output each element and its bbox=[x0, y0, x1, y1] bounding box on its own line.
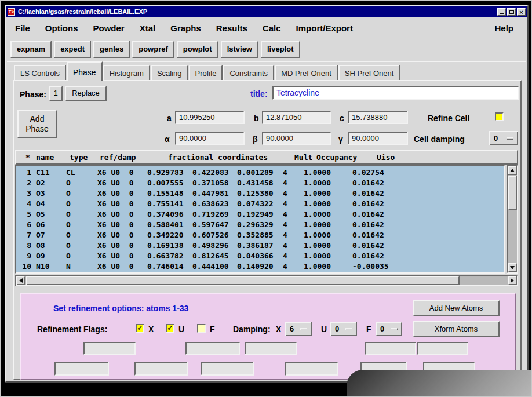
menu-graphs[interactable]: Graphs bbox=[170, 23, 201, 33]
refine-cell-checkbox[interactable] bbox=[495, 112, 504, 121]
cell-b-entry[interactable]: 12.871050 bbox=[262, 111, 331, 124]
atom-parameter-field[interactable] bbox=[285, 362, 338, 376]
add-new-atoms-button[interactable]: Add New Atoms bbox=[413, 300, 500, 316]
atom-cell: 8 bbox=[16, 240, 31, 250]
add-phase-button[interactable]: Add Phase bbox=[17, 110, 57, 138]
cell-a-entry[interactable]: 10.995250 bbox=[175, 111, 245, 124]
tab-ls-controls[interactable]: LS Controls bbox=[14, 65, 66, 80]
atom-cell: 7 bbox=[16, 230, 31, 240]
header-coordinates: fractional coordinates bbox=[168, 153, 268, 162]
menu-help[interactable]: Help bbox=[494, 23, 513, 33]
atom-parameter-field[interactable] bbox=[54, 362, 109, 376]
scroll-down-button[interactable] bbox=[508, 263, 517, 272]
atom-parameter-field[interactable] bbox=[365, 342, 416, 355]
atom-cell: O bbox=[65, 188, 97, 198]
expnam-button[interactable]: expnam bbox=[10, 41, 52, 58]
atom-cell: 0.597647 bbox=[192, 219, 237, 230]
tab-sh-pref-orient[interactable]: SH Pref Orient bbox=[338, 65, 400, 80]
screen: Tk C:/lachlan/gsas/restrain/lebail/LEBAI… bbox=[0, 0, 532, 397]
atom-parameter-field[interactable] bbox=[201, 362, 254, 376]
atom-row[interactable]: 1C11CLX6 U0 00.9297830.4220830.00128941.… bbox=[16, 167, 398, 177]
atom-cell: 0.040366 bbox=[237, 250, 282, 261]
scroll-left-button[interactable] bbox=[16, 276, 25, 285]
titlebar[interactable]: Tk C:/lachlan/gsas/restrain/lebail/LEBAI… bbox=[6, 6, 527, 17]
atoms-horizontal-scrollbar[interactable] bbox=[15, 275, 518, 286]
liveplot-button[interactable]: liveplot bbox=[261, 41, 300, 58]
atom-cell: 4 bbox=[282, 167, 300, 177]
atom-row[interactable]: 10N10NX6 U0 00.7460140.4441000.14092041.… bbox=[16, 261, 398, 271]
tab-histogram[interactable]: Histogram bbox=[103, 65, 150, 80]
atom-cell: O2 bbox=[31, 177, 65, 188]
atom-row[interactable]: 2O2OX6 U0 00.0075550.3710580.43145841.00… bbox=[16, 177, 398, 188]
expedt-button[interactable]: expedt bbox=[54, 41, 91, 58]
cell-beta-entry[interactable]: 90.0000 bbox=[262, 132, 331, 145]
atom-cell: 0.01642 bbox=[349, 188, 398, 198]
flag-x-checkbox[interactable] bbox=[136, 324, 144, 333]
damping-u-select[interactable]: 0 bbox=[330, 322, 357, 336]
menu-results[interactable]: Results bbox=[216, 23, 247, 33]
tab-md-pref-orient[interactable]: MD Pref Orient bbox=[275, 65, 338, 80]
minimize-button[interactable] bbox=[497, 8, 506, 16]
menu-options[interactable]: Options bbox=[45, 23, 78, 33]
cell-damping-select[interactable]: 0 bbox=[489, 131, 518, 145]
atom-row[interactable]: 5O5OX6 U0 00.3740960.7192690.19294941.00… bbox=[16, 209, 398, 219]
atom-parameter-field[interactable] bbox=[83, 342, 136, 355]
refinement-section-title: Set refinement options: atoms 1-33 bbox=[53, 304, 188, 313]
damping-f-select[interactable]: 0 bbox=[376, 322, 402, 336]
tab-scaling[interactable]: Scaling bbox=[151, 65, 188, 80]
menu-calc[interactable]: Calc bbox=[263, 23, 281, 33]
cell-c-entry[interactable]: 15.738880 bbox=[348, 111, 408, 124]
atom-row[interactable]: 4O4OX6 U0 00.7551410.6386230.07432241.00… bbox=[16, 198, 398, 209]
lstview-button[interactable]: lstview bbox=[221, 41, 258, 58]
atom-row[interactable]: 7O7OX6 U0 00.3492200.6075260.35288541.00… bbox=[16, 230, 398, 240]
atom-cell: 0.812645 bbox=[192, 250, 237, 261]
atom-cell: X6 U0 0 bbox=[97, 167, 147, 177]
atom-cell: 0.663782 bbox=[147, 250, 192, 261]
atom-row[interactable]: 3O3OX6 U0 00.1551480.4479810.12538041.00… bbox=[16, 188, 398, 198]
powplot-button[interactable]: powplot bbox=[177, 41, 218, 58]
atom-row[interactable]: 9O9OX6 U0 00.6637820.8126450.04036641.00… bbox=[16, 250, 398, 261]
add-phase-line2: Phase bbox=[25, 124, 49, 134]
menu-powder[interactable]: Powder bbox=[93, 23, 125, 33]
atom-parameter-field[interactable] bbox=[245, 342, 297, 355]
menu-import-export[interactable]: Import/Export bbox=[296, 23, 353, 33]
scroll-up-button[interactable] bbox=[508, 166, 517, 175]
genles-button[interactable]: genles bbox=[93, 41, 130, 58]
tab-phase[interactable]: Phase bbox=[67, 61, 103, 81]
vertical-scroll-thumb[interactable] bbox=[508, 176, 517, 210]
atom-cell: 0.374096 bbox=[147, 209, 192, 219]
atom-cell: C11 bbox=[31, 167, 65, 177]
atom-cell: 0.386187 bbox=[237, 240, 282, 250]
atom-cell: N10 bbox=[31, 261, 65, 271]
cell-alpha-entry[interactable]: 90.0000 bbox=[175, 132, 245, 145]
close-button[interactable]: × bbox=[517, 8, 526, 16]
atom-parameter-field[interactable] bbox=[134, 362, 188, 376]
maximize-button[interactable] bbox=[507, 8, 516, 16]
phase-number-button[interactable]: 1 bbox=[49, 86, 63, 101]
damping-x-select[interactable]: 6 bbox=[285, 322, 312, 336]
atom-row[interactable]: 8O8OX6 U0 00.1691380.4982960.38618741.00… bbox=[16, 240, 398, 250]
atoms-list[interactable]: 1C11CLX6 U0 00.9297830.4220830.00128941.… bbox=[15, 165, 505, 274]
replace-phase-button[interactable]: Replace bbox=[65, 86, 107, 101]
menu-xtal[interactable]: Xtal bbox=[140, 23, 156, 33]
xform-atoms-button[interactable]: Xform Atoms bbox=[413, 321, 500, 337]
flag-u-checkbox[interactable] bbox=[166, 324, 174, 333]
atoms-table-area: * name type ref/damp fractional coordina… bbox=[14, 150, 520, 287]
horizontal-scroll-thumb[interactable] bbox=[26, 276, 460, 285]
atom-parameter-field[interactable] bbox=[185, 342, 240, 355]
atom-row[interactable]: 6O6OX6 U0 00.5884010.5976470.29632941.00… bbox=[16, 219, 398, 230]
powpref-button[interactable]: powpref bbox=[132, 41, 174, 58]
atom-cell: O bbox=[65, 230, 97, 240]
cell-gamma-entry[interactable]: 90.0000 bbox=[348, 132, 408, 145]
close-icon: × bbox=[518, 8, 525, 16]
phase-title-entry[interactable]: Tetracycline bbox=[272, 86, 519, 100]
flag-f-checkbox[interactable] bbox=[197, 324, 206, 333]
tab-profile[interactable]: Profile bbox=[189, 65, 223, 80]
scroll-right-button[interactable] bbox=[508, 276, 517, 285]
atom-cell: 1.0000 bbox=[300, 261, 349, 271]
atoms-vertical-scrollbar[interactable] bbox=[507, 165, 518, 274]
menu-file[interactable]: File bbox=[15, 23, 30, 33]
atom-parameter-field[interactable] bbox=[417, 342, 468, 355]
tab-constraints[interactable]: Constraints bbox=[223, 65, 274, 80]
atom-cell: 1.0000 bbox=[300, 230, 349, 240]
